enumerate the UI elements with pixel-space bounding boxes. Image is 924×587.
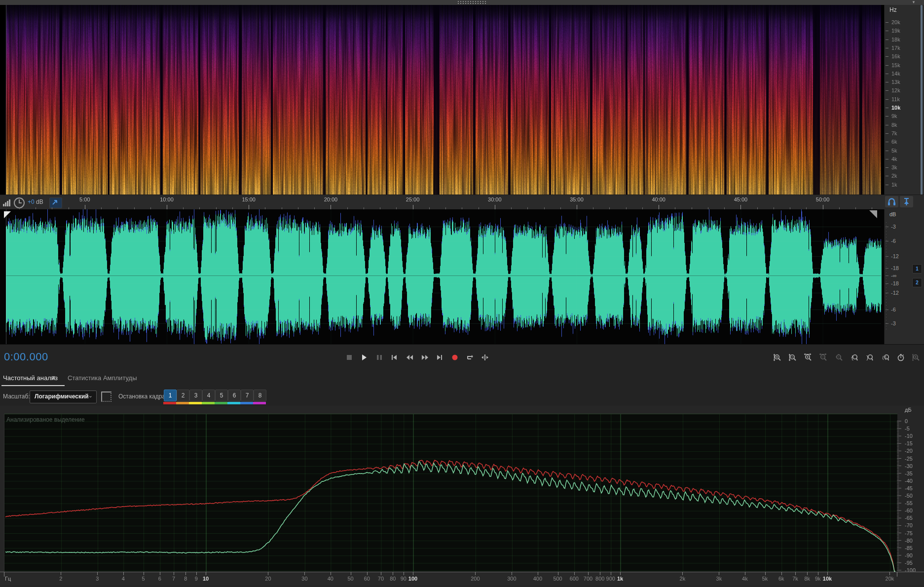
freq-scale-label: 10k	[891, 105, 900, 111]
chart-db-label: -20	[905, 448, 913, 454]
scale-label: Масштаб:	[3, 393, 30, 400]
freeze-frame-color-1	[163, 402, 176, 404]
spectrogram-outro-dim	[818, 5, 881, 195]
panel-corner-handle-right[interactable]	[869, 210, 877, 218]
frequency-scale[interactable]: Hz 20k19k18k17k16k15k14k13k12k11k10k9k8k…	[884, 5, 924, 195]
track-gap	[386, 5, 387, 195]
chart-freq-tick	[160, 572, 160, 575]
timed-record-button[interactable]	[894, 351, 907, 364]
db-scale-tick	[886, 323, 888, 324]
freq-scale-label: 14k	[891, 71, 900, 77]
freq-scale-tick	[886, 108, 888, 108]
spectrogram[interactable]	[0, 5, 884, 195]
db-scale-tick	[886, 268, 888, 269]
skip-to-end-button[interactable]	[433, 351, 446, 364]
freeze-frame-color-2	[176, 402, 189, 404]
tab-frequency-analysis[interactable]: Частотный анализ	[3, 374, 58, 382]
zoom-in-horizontal-button[interactable]	[802, 351, 815, 364]
freeze-frame-button-2[interactable]: 2	[177, 390, 189, 401]
panel-menu-chevron-icon[interactable]: ▾	[910, 0, 917, 4]
chart-freq-tick	[600, 572, 600, 575]
zoom-in-vertical-button[interactable]	[771, 351, 784, 364]
chart-freq-tick	[174, 572, 174, 575]
chart-freq-tick	[97, 572, 98, 575]
zoom-to-out-point-button[interactable]: }	[863, 351, 877, 364]
db-scale-label: -18	[891, 265, 899, 271]
freeze-frame-button-5[interactable]: 5	[215, 390, 228, 401]
freq-scale-tick	[886, 65, 888, 66]
skip-selection-button[interactable]	[478, 351, 491, 364]
freq-scale-label: 9k	[891, 113, 897, 119]
chart-freq-tick	[381, 572, 381, 575]
monitor-headphones-button[interactable]	[885, 196, 898, 207]
loop-playback-button[interactable]	[463, 351, 477, 364]
track-gap	[323, 5, 326, 195]
copy-frame-button[interactable]	[101, 391, 111, 402]
zoom-out-vertical-button[interactable]	[786, 351, 799, 364]
freeze-frame-button-7[interactable]: 7	[241, 390, 254, 401]
active-tab-underline	[1, 385, 65, 386]
pause-button[interactable]	[372, 351, 386, 364]
channel-badge-1[interactable]: 1	[912, 264, 922, 274]
scale-dropdown[interactable]: Логарифмический ⌄	[30, 391, 97, 403]
freeze-frame-button-4[interactable]: 4	[202, 390, 215, 401]
zoom-to-selection-button[interactable]: {}	[879, 351, 892, 364]
tab-amplitude-statistics[interactable]: Статистика Амплитуды	[68, 374, 137, 382]
pin-playhead-button[interactable]	[49, 197, 62, 208]
amplitude-scale[interactable]: dB -3-6-12-18-∞-18-12-6-312	[884, 209, 924, 344]
zoom-to-in-point-button[interactable]: {	[848, 351, 861, 364]
zoom-reset-button[interactable]	[832, 351, 846, 364]
freq-scale-label: 19k	[891, 28, 900, 34]
record-button[interactable]	[448, 351, 461, 364]
time-display[interactable]: 0:00.000	[4, 351, 48, 363]
freeze-frame-button-6[interactable]: 6	[228, 390, 241, 401]
freq-scale-label: 6k	[891, 139, 897, 145]
play-button[interactable]	[358, 351, 371, 364]
timeline-label: 25:00	[406, 196, 420, 202]
freeze-frame-button-1[interactable]: 1	[164, 390, 177, 401]
timeline-ruler[interactable]: +0 dB 5:0010:0015:0020:0025:0030:0035:00…	[0, 195, 924, 210]
chart-freq-tick	[393, 572, 393, 575]
chart-db-label: -35	[905, 470, 913, 476]
freq-scale-tick	[886, 39, 888, 40]
clock-icon[interactable]	[14, 197, 25, 208]
amplitude-scale-dots	[886, 222, 887, 332]
timeline-tick	[659, 205, 659, 209]
chart-freq-label: 9k	[815, 576, 821, 582]
chart-freq-tick	[620, 572, 621, 575]
playhead-waveform[interactable]	[6, 209, 6, 344]
panel-corner-handle-left[interactable]	[4, 211, 11, 218]
freq-scale-label: 15k	[891, 62, 900, 68]
freeze-frame-button-3[interactable]: 3	[189, 390, 202, 401]
timeline-label: 15:00	[242, 196, 256, 202]
channel-badge-2[interactable]: 2	[912, 278, 922, 287]
freq-scale-label: 12k	[891, 87, 900, 93]
chart-freq-tick	[304, 572, 305, 575]
panel-grip-handle[interactable]	[458, 1, 487, 4]
freq-scale-tick	[886, 48, 888, 48]
freq-scale-tick	[886, 125, 888, 125]
levels-icon[interactable]	[3, 199, 11, 206]
zoom-vertical-alt-button[interactable]	[910, 351, 923, 364]
fast-forward-button[interactable]	[418, 351, 431, 364]
rewind-button[interactable]	[403, 351, 416, 364]
freq-scale-label: 4k	[891, 156, 897, 162]
freq-scale-tick	[886, 116, 888, 117]
db-scale-tick	[886, 283, 888, 284]
chart-freq-label: 50	[347, 576, 353, 582]
stop-button[interactable]	[342, 351, 356, 364]
frequency-chart[interactable]: Анализированое выделение	[4, 414, 897, 572]
gain-indicator[interactable]: +0 dB	[28, 198, 43, 205]
chart-freq-label: 10	[203, 576, 209, 582]
chart-freq-label: 90	[401, 576, 407, 582]
waveform-display[interactable]	[0, 209, 884, 344]
panel-menu-icon[interactable]: ≡	[51, 374, 55, 382]
pin-marker-button[interactable]	[900, 196, 913, 207]
chart-freq-tick	[588, 572, 589, 575]
freeze-frame-button-8[interactable]: 8	[254, 390, 266, 401]
playhead-spectral[interactable]	[6, 5, 6, 195]
zoom-out-horizontal-button[interactable]	[817, 351, 830, 364]
skip-to-start-button[interactable]	[388, 351, 401, 364]
chart-freq-label: 7	[172, 576, 175, 582]
chart-freq-tick	[818, 572, 818, 575]
